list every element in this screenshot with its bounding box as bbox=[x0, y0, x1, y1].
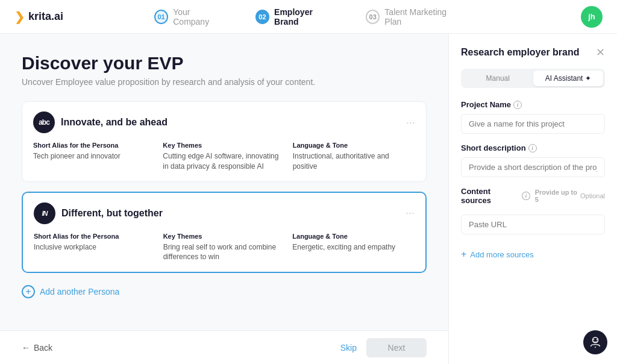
step-2-label: Employer Brand bbox=[274, 7, 337, 27]
short-desc-input[interactable] bbox=[461, 157, 605, 177]
back-button[interactable]: ← Back bbox=[22, 343, 52, 353]
persona-1-menu[interactable]: ··· bbox=[406, 116, 415, 129]
persona-2-title: Different, but together bbox=[61, 208, 163, 219]
step-3-label: Talent Marketing Plan bbox=[384, 7, 463, 27]
chatbot-button[interactable] bbox=[583, 330, 607, 354]
right-panel: Research employer brand ✕ Manual AI Assi… bbox=[448, 34, 617, 364]
logo: ❯ krita.ai bbox=[14, 10, 63, 24]
add-source-label: Add more sources bbox=[470, 250, 534, 259]
panel-header: Research employer brand ✕ bbox=[461, 46, 605, 59]
step-2-num: 02 bbox=[255, 10, 269, 24]
footer-right: Skip Next bbox=[340, 338, 427, 357]
persona-2-themes-value: Bring real self to work and combine diff… bbox=[163, 242, 286, 263]
persona-1-tone-label: Language & Tone bbox=[293, 142, 415, 149]
next-button[interactable]: Next bbox=[366, 338, 427, 357]
content-sources-info-icon: i bbox=[522, 192, 530, 200]
persona-1-tone-value: Instructional, authoritative and positiv… bbox=[293, 151, 415, 172]
step-1-label: Your Company bbox=[173, 7, 227, 27]
persona-1-themes-value: Cutting edge AI software, innovating in … bbox=[163, 151, 285, 172]
short-desc-info-icon: i bbox=[528, 144, 537, 152]
persona-1-fields: Short Alias for the Persona Tech pioneer… bbox=[33, 142, 415, 172]
add-persona-icon: + bbox=[22, 285, 35, 298]
persona-2-field-alias: Short Alias for the Persona Inclusive wo… bbox=[34, 233, 156, 263]
persona-1-field-alias: Short Alias for the Persona Tech pioneer… bbox=[33, 142, 155, 172]
panel-title: Research employer brand bbox=[461, 47, 580, 58]
add-persona-button[interactable]: + Add another Persona bbox=[22, 283, 427, 301]
content-sources-hint: Provide up to 5 bbox=[535, 189, 580, 203]
project-name-info-icon: i bbox=[513, 101, 522, 109]
persona-2-tone-label: Language & Tone bbox=[292, 233, 415, 240]
content-sources-label: Content sources i Provide up to 5 bbox=[461, 187, 580, 205]
persona-1-field-tone: Language & Tone Instructional, authorita… bbox=[293, 142, 415, 172]
add-more-sources-button[interactable]: + Add more sources bbox=[461, 249, 605, 260]
header: ❯ krita.ai 01 Your Company 02 Employer B… bbox=[0, 0, 617, 34]
step-3-num: 03 bbox=[366, 10, 380, 24]
persona-2-alias-value: Inclusive workplace bbox=[34, 242, 156, 253]
persona-1-logo-title: abc Innovate, and be ahead bbox=[33, 111, 168, 133]
add-source-icon: + bbox=[461, 249, 466, 260]
svg-point-1 bbox=[593, 339, 594, 340]
persona-2-field-themes: Key Themes Bring real self to work and c… bbox=[163, 233, 286, 263]
skip-button[interactable]: Skip bbox=[340, 343, 357, 353]
optional-label: Optional bbox=[580, 192, 605, 199]
step-2[interactable]: 02 Employer Brand bbox=[255, 7, 337, 27]
tab-manual[interactable]: Manual bbox=[463, 71, 533, 86]
content-area: Discover your EVP Uncover Employee value… bbox=[0, 34, 448, 364]
persona-1-header: abc Innovate, and be ahead ··· bbox=[33, 111, 415, 133]
content-sources-header: Content sources i Provide up to 5 Option… bbox=[461, 187, 605, 205]
persona-2-alias-label: Short Alias for the Persona bbox=[34, 233, 156, 240]
persona-1-field-themes: Key Themes Cutting edge AI software, inn… bbox=[163, 142, 285, 172]
svg-point-2 bbox=[597, 339, 598, 340]
close-button[interactable]: ✕ bbox=[596, 46, 605, 59]
persona-2-themes-label: Key Themes bbox=[163, 233, 286, 240]
svg-point-3 bbox=[595, 347, 596, 348]
persona-1-themes-label: Key Themes bbox=[163, 142, 285, 149]
panel-tabs: Manual AI Assistant ✦ bbox=[461, 69, 605, 88]
persona-2-tone-value: Energetic, exciting and empathy bbox=[292, 242, 415, 253]
main-layout: Discover your EVP Uncover Employee value… bbox=[0, 34, 617, 364]
logo-text: krita.ai bbox=[28, 10, 63, 23]
persona-1-logo: abc bbox=[33, 111, 55, 133]
persona-1-alias-value: Tech pioneer and innovator bbox=[33, 151, 155, 162]
url-input[interactable] bbox=[461, 215, 605, 234]
logo-icon: ❯ bbox=[14, 10, 25, 24]
persona-2-logo-title: IN Different, but together bbox=[34, 202, 163, 224]
project-name-input[interactable] bbox=[461, 114, 605, 134]
back-arrow-icon: ← bbox=[22, 343, 30, 353]
page-title: Discover your EVP bbox=[22, 53, 427, 74]
avatar[interactable]: jh bbox=[581, 6, 603, 28]
steps-nav: 01 Your Company 02 Employer Brand 03 Tal… bbox=[154, 7, 463, 27]
step-3[interactable]: 03 Talent Marketing Plan bbox=[366, 7, 463, 27]
persona-2-field-tone: Language & Tone Energetic, exciting and … bbox=[292, 233, 415, 263]
add-persona-label: Add another Persona bbox=[40, 287, 119, 297]
page-subtitle: Uncover Employee value proposition by re… bbox=[22, 77, 427, 87]
step-1[interactable]: 01 Your Company bbox=[154, 7, 227, 27]
back-label: Back bbox=[34, 343, 52, 353]
footer: ← Back Skip Next bbox=[0, 330, 448, 364]
tab-ai-assistant[interactable]: AI Assistant ✦ bbox=[533, 71, 604, 86]
persona-1-title: Innovate, and be ahead bbox=[61, 117, 168, 128]
step-1-num: 01 bbox=[154, 10, 168, 24]
persona-card-1[interactable]: abc Innovate, and be ahead ··· Short Ali… bbox=[22, 101, 427, 182]
project-name-label: Project Name i bbox=[461, 100, 605, 109]
short-desc-label: Short description i bbox=[461, 143, 605, 152]
persona-2-menu[interactable]: ··· bbox=[406, 207, 415, 219]
persona-2-header: IN Different, but together ··· bbox=[34, 202, 415, 224]
persona-1-alias-label: Short Alias for the Persona bbox=[33, 142, 155, 149]
persona-card-2[interactable]: IN Different, but together ··· Short Ali… bbox=[22, 192, 427, 274]
persona-2-fields: Short Alias for the Persona Inclusive wo… bbox=[34, 233, 415, 263]
persona-2-logo: IN bbox=[34, 202, 55, 224]
